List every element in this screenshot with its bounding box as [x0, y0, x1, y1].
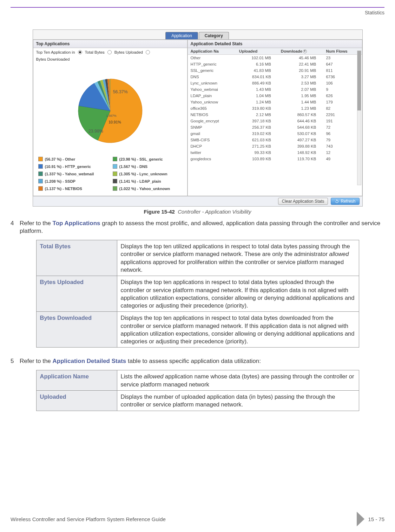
pie-label-small: 1.567% [106, 114, 117, 117]
tab-category[interactable]: Category [199, 32, 229, 39]
table-row[interactable]: office365319.80 KB1.23 MB82 [188, 105, 362, 112]
table-cell: office365 [188, 105, 236, 112]
table-row[interactable]: LDAP_plain1.04 MB1.95 MB626 [188, 93, 362, 99]
table-row[interactable]: DHCP271.25 KB399.88 KB743 [188, 143, 362, 149]
table-cell: Other [188, 55, 236, 61]
table-cell: 23 [323, 55, 362, 61]
table-row[interactable]: gmail319.02 KB530.07 KB96 [188, 130, 362, 137]
step-5-post: table to assess specific application dat… [126, 358, 261, 364]
table-cell: 20.91 MB [278, 67, 323, 74]
def-row: Bytes UploadedDisplays the top ten appli… [36, 276, 359, 312]
tab-application[interactable]: Application [165, 32, 198, 39]
table-cell: 106 [323, 80, 362, 86]
table-cell: 179 [323, 99, 362, 105]
table-cell: 497.27 KB [278, 137, 323, 143]
table-row[interactable]: Lync_unknown886.49 KB2.53 MB106 [188, 80, 362, 86]
figure-title: Controller - Application Visibility [178, 209, 251, 215]
refresh-label: Refresh [341, 199, 355, 204]
table-cell: 102.01 MB [236, 55, 278, 61]
def-key: Application Name [36, 370, 117, 391]
table-cell: 2.12 MB [236, 112, 278, 118]
definitions-table-2: Application NameLists the allowed applic… [36, 370, 359, 411]
col-app-name[interactable]: Application Na [188, 48, 236, 55]
table-cell: 397.18 KB [236, 118, 278, 124]
table-row[interactable]: Yahoo_unknow1.24 MB1.44 MB179 [188, 99, 362, 105]
table-cell: 621.03 KB [236, 137, 278, 143]
pie-label-mid2: 10.91% [108, 120, 121, 124]
stats-table: Application Na Uploaded Downloade Num Fl… [188, 48, 362, 162]
table-cell: 256.37 KB [236, 124, 278, 130]
table-cell: 12 [323, 149, 362, 156]
scrollbar[interactable] [357, 50, 361, 185]
legend-text: (1.337 %) - Yahoo_webmail [45, 172, 94, 176]
legend-swatch [38, 186, 43, 191]
table-row[interactable]: Yahoo_webmai1.43 MB2.07 MB9 [188, 86, 362, 93]
table-cell: 2.07 MB [278, 86, 323, 93]
table-row[interactable]: SSL_generic41.83 MB20.91 MB811 [188, 67, 362, 74]
table-cell: 49 [323, 156, 362, 162]
top-applications-panel: Top Applications Top Ten Application in … [33, 40, 187, 196]
table-row[interactable]: SMB-CIFS621.03 KB497.27 KB79 [188, 137, 362, 143]
table-cell: Google_encrypt [188, 118, 236, 124]
legend-item: (1.208 %) - SSDP [38, 179, 108, 183]
table-cell: 6.16 MB [236, 61, 278, 67]
legend-text: (1.137 %) - NETBIOS [45, 187, 82, 191]
table-cell: 6736 [323, 74, 362, 80]
figure-label: Figure 15-42 [144, 209, 175, 215]
legend-text: (56.37 %) - Other [45, 157, 75, 161]
step-5-bold: Application Detailed Stats [53, 358, 126, 364]
legend-item: (1.022 %) - Yahoo_unknown [113, 186, 182, 191]
table-row[interactable]: Google_encrypt397.18 KB644.46 KB191 [188, 118, 362, 124]
step-4-pre: Refer to the [20, 220, 53, 227]
table-row[interactable]: twitter99.33 KB148.92 KB12 [188, 149, 362, 156]
radio-total-bytes[interactable] [78, 50, 82, 54]
table-row[interactable]: NETBIOS2.12 MB860.57 KB2291 [188, 112, 362, 118]
refresh-button[interactable]: Refresh [331, 198, 359, 205]
table-cell: 103.89 KB [236, 156, 278, 162]
radio-bytes-downloaded[interactable] [146, 50, 150, 54]
def-key: Bytes Downloaded [36, 312, 117, 348]
col-downloaded[interactable]: Downloade [278, 48, 323, 55]
table-cell: LDAP_plain [188, 93, 236, 99]
table-cell: 544.68 KB [278, 124, 323, 130]
table-row[interactable]: HTTP_generic6.16 MB22.41 MB647 [188, 61, 362, 67]
scrollbar-thumb[interactable] [357, 51, 361, 110]
def-row: Application NameLists the allowed applic… [36, 370, 359, 391]
legend-item: (1.337 %) - Yahoo_webmail [38, 171, 108, 176]
legend-item: (10.91 %) - HTTP_generic [38, 164, 108, 169]
table-row[interactable]: SNMP256.37 KB544.68 KB72 [188, 124, 362, 130]
col-uploaded[interactable]: Uploaded [236, 48, 278, 55]
table-cell: 82 [323, 105, 362, 112]
svg-marker-0 [357, 512, 364, 526]
table-cell: 743 [323, 143, 362, 149]
table-cell: 96 [323, 130, 362, 137]
table-cell: 45.46 MB [278, 55, 323, 61]
col-numflows[interactable]: Num Flows [323, 48, 362, 55]
table-cell: 1.23 MB [278, 105, 323, 112]
table-cell: SSL_generic [188, 67, 236, 74]
def-value: Displays the top ten utilized applicatio… [117, 240, 359, 276]
header-rule [11, 7, 384, 8]
sort-indicator-icon[interactable] [303, 49, 307, 53]
table-cell: 626 [323, 93, 362, 99]
table-row[interactable]: Other102.01 MB45.46 MB23 [188, 55, 362, 61]
table-cell: NETBIOS [188, 112, 236, 118]
table-cell: 1.95 MB [278, 93, 323, 99]
page-footer: Wireless Controller and Service Platform… [11, 512, 384, 526]
table-cell: 99.33 KB [236, 149, 278, 156]
legend-item: (1.137 %) - NETBIOS [38, 186, 108, 191]
pie-label-big: 56.37% [113, 89, 127, 94]
table-cell: 2291 [323, 112, 362, 118]
table-row[interactable]: googledocs103.89 KB119.70 KB49 [188, 156, 362, 162]
radio-bytes-uploaded[interactable] [107, 50, 112, 54]
table-cell: Yahoo_webmai [188, 86, 236, 93]
legend-text: (10.91 %) - HTTP_generic [45, 164, 91, 169]
table-cell: 191 [323, 118, 362, 124]
table-row[interactable]: DNS834.01 KB3.27 MB6736 [188, 74, 362, 80]
table-cell: SNMP [188, 124, 236, 130]
clear-app-stats-button[interactable]: Clear Application Stats [278, 198, 328, 205]
legend-item: (1.567 %) - DNS [113, 164, 182, 169]
legend-swatch [113, 186, 117, 191]
footer-page-num: 15 - 75 [368, 516, 384, 522]
table-cell: 119.70 KB [278, 156, 323, 162]
